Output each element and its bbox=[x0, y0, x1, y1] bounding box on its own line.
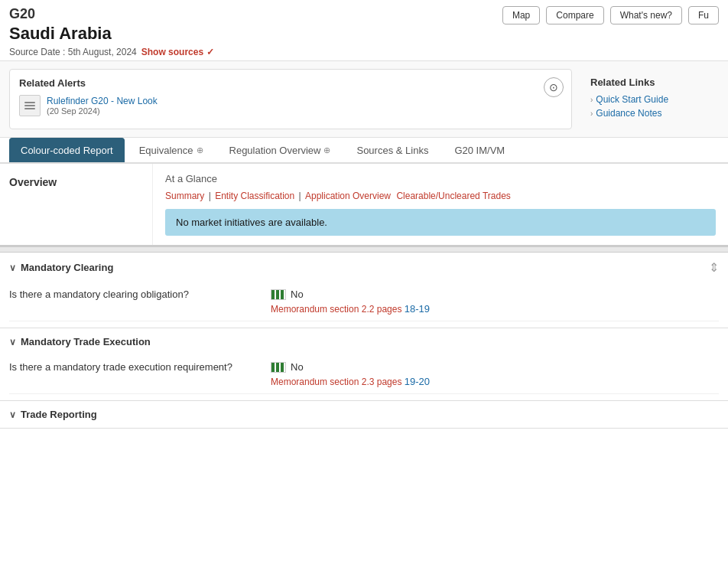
document-lines bbox=[24, 102, 35, 109]
alert-content: Rulefinder G20 - New Look (20 Sep 2024) bbox=[47, 95, 158, 116]
equivalence-link-icon: ⊕ bbox=[197, 145, 203, 155]
map-button[interactable]: Map bbox=[502, 6, 540, 24]
whats-new-button[interactable]: What's new? bbox=[610, 6, 682, 24]
alert-link[interactable]: Rulefinder G20 - New Look bbox=[47, 96, 158, 106]
mandatory-clearing-chevron: ∨ bbox=[9, 263, 16, 273]
summary-link[interactable]: Summary bbox=[165, 191, 204, 201]
tab-sources-links[interactable]: Sources & Links bbox=[345, 138, 440, 162]
answer-text-1: No bbox=[291, 289, 304, 300]
source-date: Source Date : 5th August, 2024 Show sour… bbox=[9, 47, 502, 57]
memo-pages-2[interactable]: 19-20 bbox=[405, 376, 430, 387]
regulation-link-icon: ⊕ bbox=[323, 145, 330, 155]
show-sources-button[interactable]: Show sources ✓ bbox=[141, 47, 214, 57]
guidance-notes-label: Guidance Notes bbox=[596, 108, 661, 119]
green-flag-icon-2 bbox=[271, 362, 286, 373]
link-arrow-icon-2: › bbox=[590, 109, 593, 118]
trade-reporting-chevron: ∨ bbox=[9, 409, 16, 420]
mandatory-clearing-title: Mandatory Clearing bbox=[21, 262, 113, 273]
application-overview-link[interactable]: Application Overview bbox=[305, 191, 391, 201]
mandatory-clearing-section: ∨ Mandatory Clearing ⇕ Is there a mandat… bbox=[0, 253, 728, 328]
mandatory-trade-execution-title: Mandatory Trade Execution bbox=[21, 336, 151, 347]
guidance-notes-link[interactable]: › Guidance Notes bbox=[590, 108, 710, 119]
tab-equivalence[interactable]: Equivalence ⊕ bbox=[128, 138, 215, 162]
tab-g20-im-vm-label: G20 IM/VM bbox=[454, 145, 505, 156]
memo-pages-1[interactable]: 18-19 bbox=[405, 303, 430, 315]
separator-2: | bbox=[299, 191, 304, 201]
mandatory-trade-execution-answer: No Memorandum section 2.3 pages 19-20 bbox=[271, 361, 719, 387]
related-links-panel: Related Links › Quick Start Guide › Guid… bbox=[581, 69, 719, 129]
nav-buttons: Map Compare What's new? Fu bbox=[502, 6, 719, 24]
trade-reporting-title: Trade Reporting bbox=[21, 409, 97, 420]
tab-g20-im-vm[interactable]: G20 IM/VM bbox=[443, 138, 516, 162]
overview-right: At a Glance Summary | Entity Classificat… bbox=[153, 164, 728, 245]
mandatory-trade-execution-question: Is there a mandatory trade execution req… bbox=[9, 361, 262, 387]
section-divider-1 bbox=[0, 246, 728, 253]
mandatory-clearing-header-left: ∨ Mandatory Clearing bbox=[9, 262, 113, 273]
tab-regulation-overview-label: Regulation Overview bbox=[229, 145, 321, 156]
mandatory-clearing-question: Is there a mandatory clearing obligation… bbox=[9, 289, 262, 315]
entity-classification-link[interactable]: Entity Classification bbox=[215, 191, 294, 201]
trade-reporting-header[interactable]: ∨ Trade Reporting bbox=[0, 401, 728, 428]
compare-button[interactable]: Compare bbox=[546, 6, 603, 24]
tab-colour-coded-label: Colour-coded Report bbox=[21, 145, 113, 156]
mandatory-trade-execution-section: ∨ Mandatory Trade Execution Is there a m… bbox=[0, 328, 728, 401]
memo-ref-1: Memorandum section 2.2 pages 18-19 bbox=[271, 303, 719, 315]
mandatory-trade-execution-header[interactable]: ∨ Mandatory Trade Execution bbox=[0, 328, 728, 355]
country-title: Saudi Arabia bbox=[9, 24, 502, 44]
doc-line-1 bbox=[24, 102, 35, 103]
tab-colour-coded-report[interactable]: Colour-coded Report bbox=[9, 138, 125, 162]
g20-label: G20 bbox=[9, 6, 502, 22]
answer-text-2: No bbox=[291, 361, 304, 373]
alert-document-icon bbox=[19, 95, 41, 116]
overview-label: Overview bbox=[0, 164, 153, 245]
mandatory-clearing-row: Is there a mandatory clearing obligation… bbox=[9, 282, 719, 321]
related-alerts-panel: Related Alerts Rulefinder G20 - New Look… bbox=[9, 69, 572, 129]
overview-section: Overview At a Glance Summary | Entity Cl… bbox=[0, 164, 728, 246]
related-links-title: Related Links bbox=[590, 77, 710, 88]
at-a-glance-title: At a Glance bbox=[165, 173, 716, 184]
mandatory-trade-execution-row: Is there a mandatory trade execution req… bbox=[9, 355, 719, 394]
separator-1: | bbox=[209, 191, 213, 201]
answer-line-2: No bbox=[271, 361, 719, 373]
tab-sources-links-label: Sources & Links bbox=[356, 145, 428, 156]
main-content: Overview At a Glance Summary | Entity Cl… bbox=[0, 164, 728, 429]
memo-link-1: Memorandum section 2.2 pages bbox=[271, 304, 405, 315]
mandatory-clearing-content: Is there a mandatory clearing obligation… bbox=[0, 282, 728, 328]
green-flag-icon bbox=[271, 289, 286, 300]
alerts-arrow-button[interactable]: ⊙ bbox=[544, 77, 564, 97]
header-left: G20 Saudi Arabia Source Date : 5th Augus… bbox=[9, 6, 502, 57]
tab-equivalence-label: Equivalence bbox=[139, 145, 193, 156]
memo-ref-2: Memorandum section 2.3 pages 19-20 bbox=[271, 376, 719, 387]
at-a-glance-links: Summary | Entity Classification | Applic… bbox=[165, 191, 716, 201]
quick-start-guide-link[interactable]: › Quick Start Guide bbox=[590, 94, 710, 105]
tabs-bar: Colour-coded Report Equivalence ⊕ Regula… bbox=[0, 138, 728, 164]
alert-item: Rulefinder G20 - New Look (20 Sep 2024) bbox=[19, 95, 562, 116]
answer-line-1: No bbox=[271, 289, 719, 300]
show-sources-label: Show sources bbox=[141, 47, 203, 57]
resize-icon[interactable]: ⇕ bbox=[709, 260, 719, 275]
no-market-box: No market initiatives are available. bbox=[165, 209, 716, 236]
mandatory-clearing-header[interactable]: ∨ Mandatory Clearing ⇕ bbox=[0, 253, 728, 282]
mandatory-clearing-answer: No Memorandum section 2.2 pages 18-19 bbox=[271, 289, 719, 315]
doc-line-2 bbox=[24, 105, 35, 106]
alerts-section: Related Alerts Rulefinder G20 - New Look… bbox=[0, 61, 728, 138]
fu-button[interactable]: Fu bbox=[688, 6, 719, 24]
mandatory-trade-execution-header-left: ∨ Mandatory Trade Execution bbox=[9, 336, 151, 347]
trade-reporting-section: ∨ Trade Reporting bbox=[0, 401, 728, 429]
source-date-text: Source Date : 5th August, 2024 bbox=[9, 47, 137, 57]
page-header: G20 Saudi Arabia Source Date : 5th Augus… bbox=[0, 0, 728, 61]
alert-date: (20 Sep 2024) bbox=[47, 106, 158, 116]
trade-reporting-header-left: ∨ Trade Reporting bbox=[9, 409, 97, 420]
doc-line-3 bbox=[24, 108, 35, 109]
clearable-uncleared-link[interactable]: Clearable/Uncleared Trades bbox=[396, 191, 510, 201]
tab-regulation-overview[interactable]: Regulation Overview ⊕ bbox=[218, 138, 343, 162]
mandatory-trade-chevron: ∨ bbox=[9, 337, 16, 347]
check-icon: ✓ bbox=[206, 47, 214, 57]
link-arrow-icon: › bbox=[590, 96, 593, 104]
quick-start-guide-label: Quick Start Guide bbox=[596, 94, 668, 105]
related-alerts-title: Related Alerts bbox=[19, 77, 562, 89]
memo-link-2: Memorandum section 2.3 pages bbox=[271, 377, 405, 387]
mandatory-trade-execution-content: Is there a mandatory trade execution req… bbox=[0, 355, 728, 400]
